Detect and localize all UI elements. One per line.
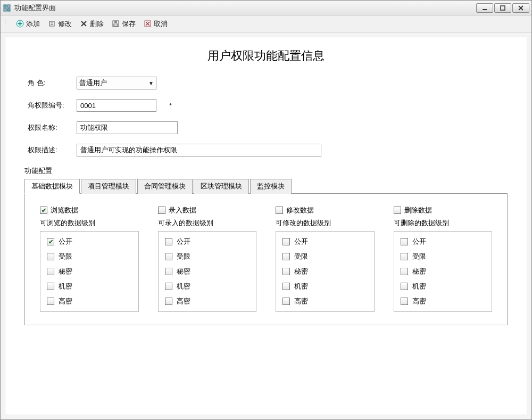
tab-1[interactable]: 项目管理模块: [81, 179, 136, 194]
checkbox[interactable]: [165, 238, 172, 245]
page-title: 用户权限功能配置信息: [15, 48, 517, 64]
perm-id-label: 角权限编号:: [28, 101, 77, 110]
checkbox[interactable]: [165, 298, 172, 305]
checkbox[interactable]: [282, 298, 290, 305]
tab-2[interactable]: 合同管理模块: [137, 179, 193, 194]
delete-button[interactable]: 删除: [79, 19, 104, 29]
checkbox[interactable]: [401, 268, 408, 275]
role-select[interactable]: 普通用户 ▼: [77, 77, 156, 89]
svg-rect-3: [7, 9, 10, 11]
perm-id-input[interactable]: [77, 99, 156, 112]
level-item[interactable]: 高密: [401, 297, 486, 306]
checkbox[interactable]: [401, 298, 408, 305]
column-main-label: 录入数据: [169, 205, 196, 215]
perm-desc-label: 权限描述:: [28, 145, 77, 155]
level-item[interactable]: 公开: [165, 237, 250, 246]
checkbox[interactable]: [394, 207, 401, 214]
level-item[interactable]: 机密: [165, 282, 250, 291]
window-title: 功能配置界面: [14, 3, 476, 13]
window-controls: [476, 3, 529, 13]
level-item[interactable]: 受限: [401, 252, 486, 261]
checkbox[interactable]: [165, 268, 172, 275]
toolbar: 添加 修改 删除 保存 取消: [1, 15, 531, 32]
level-item[interactable]: 机密: [401, 282, 486, 291]
level-item[interactable]: 受限: [165, 252, 250, 261]
tab-0[interactable]: 基础数据模块: [24, 179, 80, 194]
checkbox[interactable]: [158, 207, 165, 214]
app-window: 功能配置界面 添加 修改: [0, 0, 532, 420]
level-item[interactable]: 机密: [282, 282, 368, 291]
required-mark: *: [169, 102, 172, 110]
level-item[interactable]: 秘密: [47, 267, 132, 276]
level-label: 公开: [59, 237, 72, 246]
level-item[interactable]: 高密: [47, 297, 132, 306]
checkbox[interactable]: [47, 253, 54, 260]
column-main-label: 浏览数据: [51, 205, 78, 215]
tab-4[interactable]: 监控模块: [250, 179, 292, 194]
toolbar-label: 删除: [90, 19, 104, 29]
row-perm-desc: 权限描述:: [28, 144, 517, 157]
save-button[interactable]: 保存: [111, 19, 136, 29]
permission-column-2: 修改数据可修改的数据级别公开受限秘密机密高密: [276, 205, 375, 312]
edit-button[interactable]: 修改: [47, 19, 72, 29]
level-label: 受限: [59, 252, 72, 261]
row-role: 角 色: 普通用户 ▼: [28, 77, 517, 89]
checkbox[interactable]: [47, 298, 54, 305]
level-label: 机密: [412, 282, 426, 291]
level-item[interactable]: 高密: [165, 297, 250, 306]
column-main-checkbox-row[interactable]: 录入数据: [158, 205, 257, 215]
checkbox[interactable]: [282, 268, 290, 275]
checkbox[interactable]: [165, 253, 172, 260]
level-label: 秘密: [59, 267, 72, 276]
checkbox[interactable]: [282, 283, 290, 290]
column-sub-label: 可删除的数据级别: [394, 218, 493, 228]
checkbox[interactable]: [401, 238, 408, 245]
perm-name-input[interactable]: [77, 121, 178, 134]
svg-rect-18: [114, 24, 118, 26]
level-item[interactable]: 受限: [47, 252, 132, 261]
toolbar-grip: [5, 19, 6, 29]
level-item[interactable]: 公开: [401, 237, 486, 246]
chevron-down-icon: ▼: [148, 80, 154, 86]
level-label: 秘密: [177, 267, 190, 276]
titlebar: 功能配置界面: [1, 1, 531, 15]
column-main-checkbox-row[interactable]: 浏览数据: [40, 205, 139, 215]
plus-circle-icon: [15, 20, 24, 28]
level-item[interactable]: 公开: [282, 237, 368, 246]
level-item[interactable]: 秘密: [165, 267, 250, 276]
level-label: 高密: [177, 297, 190, 306]
checkbox[interactable]: [401, 253, 408, 260]
checkbox[interactable]: [47, 268, 54, 275]
close-button[interactable]: [512, 3, 529, 13]
maximize-button[interactable]: [494, 3, 511, 13]
checkbox[interactable]: [47, 283, 54, 290]
level-item[interactable]: 秘密: [282, 267, 368, 276]
level-label: 公开: [412, 237, 426, 246]
level-item[interactable]: 公开: [47, 237, 132, 246]
column-main-checkbox-row[interactable]: 删除数据: [394, 205, 493, 215]
perm-desc-input[interactable]: [77, 144, 321, 157]
permission-column-0: 浏览数据可浏览的数据级别公开受限秘密机密高密: [40, 205, 139, 312]
tab-3[interactable]: 区块管理模块: [194, 179, 249, 194]
add-button[interactable]: 添加: [15, 19, 40, 29]
svg-rect-0: [4, 5, 6, 7]
checkbox[interactable]: [40, 207, 47, 214]
level-label: 高密: [294, 297, 308, 306]
checkbox[interactable]: [282, 238, 290, 245]
checkbox[interactable]: [276, 207, 283, 214]
checkbox[interactable]: [282, 253, 290, 260]
level-item[interactable]: 高密: [282, 297, 368, 306]
checkbox[interactable]: [47, 238, 54, 245]
cancel-button[interactable]: 取消: [143, 19, 168, 29]
minimize-button[interactable]: [476, 3, 493, 13]
level-label: 机密: [59, 282, 72, 291]
svg-rect-11: [49, 21, 54, 26]
column-main-checkbox-row[interactable]: 修改数据: [276, 205, 375, 215]
row-perm-name: 权限名称:: [28, 121, 517, 134]
level-item[interactable]: 机密: [47, 282, 132, 291]
checkbox[interactable]: [401, 283, 408, 290]
level-item[interactable]: 秘密: [401, 267, 486, 276]
level-label: 受限: [294, 252, 308, 261]
level-item[interactable]: 受限: [282, 252, 368, 261]
checkbox[interactable]: [165, 283, 172, 290]
